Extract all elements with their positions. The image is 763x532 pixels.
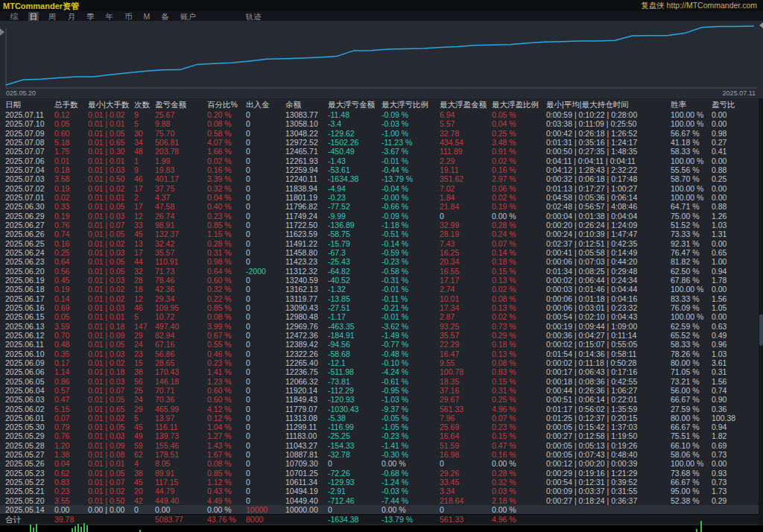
table-row[interactable]: 2025.06.061.140.01 | 0.1838170.431.41 %0… (0, 367, 759, 376)
table-row[interactable]: 2025.06.040.570.01 | 0.072570.710.60 %01… (0, 386, 759, 395)
table-row[interactable]: 2025.06.025.150.01 | 0.6529465.994.12 %0… (0, 405, 759, 414)
table-row[interactable]: 2025.05.260.040.01 | 0.0148.050.08 %0107… (0, 459, 759, 468)
table-row[interactable]: 2025.05.203.550.01 | 0.5042449.404.49 %0… (0, 496, 759, 505)
brand-link[interactable]: 复盘侠 http://MTCommander.com (641, 1, 757, 11)
cell: 351.62 (440, 174, 492, 183)
cell: 0 (246, 239, 285, 248)
table-row[interactable]: 2025.06.030.470.01 | 0.052470.360.60 %01… (0, 395, 759, 404)
table-row[interactable]: 2025.06.230.640.01 | 0.0544110.910.98 %0… (0, 257, 759, 266)
table-row[interactable]: 2025.06.160.690.01 | 0.0346109.950.85 %0… (0, 303, 759, 312)
table-row[interactable]: 2025.05.271.380.01 | 0.0862178.511.67 %0… (0, 450, 759, 459)
column-header-8[interactable]: 最大浮亏金额 (328, 98, 382, 110)
cell: -0.01 % (382, 285, 440, 294)
table-row[interactable]: 2025.07.020.190.01 | 0.021737.750.32 %01… (0, 184, 759, 193)
menu-item-轨迹[interactable]: 轨迹 (244, 12, 263, 21)
table-row[interactable]: 2025.06.250.160.01 | 0.021332.420.28 %01… (0, 239, 759, 248)
table-row[interactable]: 2025.06.290.190.01 | 0.031226.740.23 %01… (0, 212, 759, 221)
cell: 47.58 (155, 202, 207, 211)
table-row[interactable]: 2025.06.170.140.01 | 0.021229.340.22 %01… (0, 294, 759, 303)
cell: 0.01 | 0.30 (88, 147, 134, 156)
cell: 0.98 (712, 129, 750, 138)
table-row[interactable]: 2025.05.140.000.00 | 0.0000.000.00 %1000… (0, 505, 759, 514)
cell: 2025.07.07 (5, 147, 54, 156)
cell: 66.67 % (671, 478, 712, 487)
table-total-row[interactable]: 合计39.785083.7743.76 %8000-1634.38-13.79 … (0, 514, 759, 524)
table-row[interactable]: 2025.07.060.010.01 | 0.0111.990.02 %0122… (0, 156, 759, 165)
cell: 0.19 (54, 184, 88, 193)
table-row[interactable]: 2025.06.200.560.01 | 0.053271.730.64 %-2… (0, 267, 759, 276)
menu-item-周[interactable]: 周 (47, 12, 58, 21)
column-header-2[interactable]: 最小|大手数 (88, 98, 134, 110)
cell: 2025.06.16 (5, 303, 54, 312)
table-row[interactable]: 2025.07.085.180.01 | 0.6534506.814.07 %0… (0, 138, 759, 147)
table-row[interactable]: 2025.07.090.600.01 | 0.053075.700.58 %01… (0, 129, 759, 138)
column-header-0[interactable]: 日期 (5, 98, 54, 110)
panel-collapse-handle-icon[interactable] (0, 28, 4, 36)
table-row[interactable]: 2025.07.040.180.01 | 0.03919.830.16 %012… (0, 165, 759, 174)
table-row[interactable]: 2025.06.090.170.01 | 0.021528.650.23 %01… (0, 358, 759, 367)
table-row[interactable]: 2025.05.230.620.01 | 0.053889.910.85 %01… (0, 469, 759, 478)
table-row[interactable]: 2025.06.110.480.01 | 0.052467.160.55 %01… (0, 340, 759, 349)
cell: 2025.05.22 (5, 478, 54, 487)
column-header-3[interactable]: 次数 (134, 98, 155, 110)
column-header-1[interactable]: 总手数 (54, 98, 88, 110)
table-row[interactable]: 2025.07.010.020.01 | 0.0124.370.04 %0118… (0, 193, 759, 202)
cell: 0.01 | 0.01 (88, 459, 134, 468)
menu-item-备[interactable]: 备 (159, 12, 171, 21)
cell: 81.82 % (671, 257, 712, 266)
column-header-7[interactable]: 余额 (285, 98, 328, 110)
table-row[interactable]: 2025.07.071.750.01 | 0.3048203.781.66 %0… (0, 147, 759, 156)
table-row[interactable]: 2025.05.300.790.01 | 0.0545116.111.04 %0… (0, 422, 759, 431)
table-row[interactable]: 2025.07.033.580.01 | 0.5046401.173.39 %0… (0, 174, 759, 183)
cell: 0.79 (54, 422, 88, 431)
menu-item-日[interactable]: 日 (28, 12, 39, 21)
table-row[interactable]: 2025.06.180.190.01 | 0.021842.360.32 %01… (0, 285, 759, 294)
table-header-row[interactable]: 日期总手数最小|大手数次数盈亏金额百分比%出入金余额最大浮亏金额最大浮亏比例最大… (0, 98, 759, 110)
table-row[interactable]: 2025.06.010.070.01 | 0.02513.970.12 %011… (0, 414, 759, 422)
table-row[interactable]: 2025.05.290.760.01 | 0.0349139.731.27 %0… (0, 431, 759, 440)
cell: 62.50 % (671, 267, 712, 276)
cell: 2025.07.08 (5, 138, 54, 147)
table-row[interactable]: 2025.06.240.250.01 | 0.031735.570.31 %01… (0, 248, 759, 257)
cell: -0.59 % (382, 248, 440, 257)
menu-item-币[interactable]: 币 (123, 12, 134, 21)
vertical-scrollbar[interactable] (759, 98, 763, 532)
menu-item-季[interactable]: 季 (85, 12, 96, 21)
column-header-14[interactable]: 盈亏比 (712, 98, 750, 110)
menu-item-年[interactable]: 年 (104, 12, 115, 21)
column-header-13[interactable]: 胜率 (671, 98, 712, 110)
menu-item-月[interactable]: 月 (66, 12, 77, 21)
column-header-10[interactable]: 最大浮盈金额 (440, 98, 492, 110)
table-row[interactable]: 2025.05.281.200.01 | 0.0959155.461.43 %0… (0, 441, 759, 450)
table-row[interactable]: 2025.06.300.330.01 | 0.051747.580.40 %01… (0, 202, 759, 211)
table-row[interactable]: 2025.06.133.590.01 | 0.18147497.403.99 %… (0, 322, 759, 331)
table-row[interactable]: 2025.05.210.230.01 | 0.022044.790.43 %01… (0, 487, 759, 495)
table-row[interactable]: 2025.06.120.700.01 | 0.092982.940.67 %01… (0, 331, 759, 340)
cell: 0.01 | 0.05 (88, 257, 134, 266)
table-row[interactable]: 2025.06.270.760.01 | 0.073398.910.85 %01… (0, 221, 759, 229)
cell: 38 (134, 469, 155, 478)
column-header-9[interactable]: 最大浮亏比例 (382, 98, 440, 110)
cell: -1634.38 (328, 515, 382, 524)
column-header-6[interactable]: 出入金 (246, 98, 285, 110)
table-row[interactable]: 2025.07.100.050.01 | 0.0159.880.08 %0130… (0, 119, 759, 128)
cell: 78.26 % (671, 349, 712, 358)
column-header-4[interactable]: 盈亏金额 (155, 98, 207, 110)
cell: -0.01 % (382, 312, 440, 321)
menu-item-账户[interactable]: 账户 (179, 12, 197, 21)
table-row[interactable]: 2025.06.150.050.01 | 0.01510.720.08 %012… (0, 312, 759, 321)
scrollbar-thumb[interactable] (759, 314, 763, 346)
table-row[interactable]: 2025.07.110.120.01 | 0.02925.670.20 %013… (0, 110, 759, 119)
table-row[interactable]: 2025.05.220.830.01 | 0.0745117.151.12 %0… (0, 478, 759, 487)
cell: 4.96 % (492, 515, 546, 524)
table-row[interactable]: 2025.06.260.740.01 | 0.0545132.371.15 %0… (0, 229, 759, 238)
column-header-5[interactable]: 百分比% (207, 98, 246, 110)
column-header-12[interactable]: 最小|平均|最大持仓时间 (546, 98, 671, 110)
column-header-11[interactable]: 最大浮盈比例 (492, 98, 546, 110)
menu-item-M[interactable]: M (142, 12, 152, 21)
cell: 30 (134, 129, 155, 138)
menu-item-综[interactable]: 综 (9, 12, 20, 21)
table-row[interactable]: 2025.06.100.350.01 | 0.032356.860.46 %01… (0, 349, 759, 358)
table-row[interactable]: 2025.06.190.450.01 | 0.032878.460.60 %01… (0, 276, 759, 285)
table-row[interactable]: 2025.06.050.860.01 | 0.0356146.181.23 %0… (0, 377, 759, 386)
